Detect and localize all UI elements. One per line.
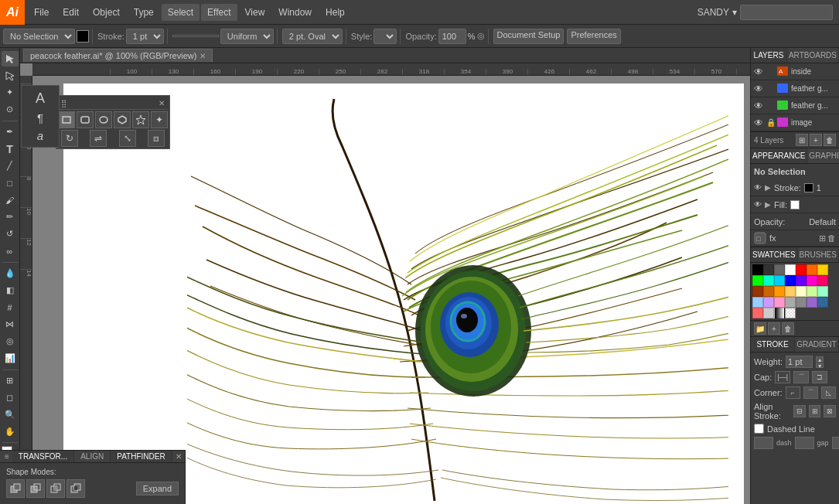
selection-tool[interactable] [2,51,19,66]
duplicate-item-icon[interactable]: ⊞ [819,233,826,243]
menu-edit[interactable]: Edit [56,4,85,21]
swatch-amber[interactable] [774,286,785,297]
magic-wand-tool[interactable]: ✦ [2,85,19,100]
add-effect-icon[interactable]: □ [754,232,766,244]
user-chevron-icon[interactable]: ▾ [732,7,737,18]
align-panel-tab[interactable]: ALIGN [74,451,111,462]
swatch-blue[interactable] [785,275,796,286]
swatches-tab[interactable]: SWATCHES [751,247,798,262]
graphics-tab[interactable]: GRAPHI... [807,148,839,163]
hand-tool[interactable]: ✋ [2,424,19,439]
type-tool[interactable]: T [2,141,19,157]
shape-tool[interactable]: □ [2,175,19,191]
zoom-tool[interactable]: 🔍 [2,407,19,422]
lasso-tool[interactable]: ⊙ [2,102,19,117]
swatch-hot-pink[interactable] [817,275,828,286]
stroke-tab[interactable]: STROKE [751,337,795,352]
stroke-visibility-icon[interactable]: 👁 [754,183,762,192]
search-input[interactable] [740,5,833,20]
layer-visibility-icon[interactable]: 👁 [752,100,765,111]
new-layer-from-selection-btn[interactable]: ⊞ [796,134,808,146]
swatch-light-gray[interactable] [763,308,774,318]
corner-round-btn[interactable]: ⌒ [803,387,818,399]
flare-tool-btn[interactable]: ✦ [151,111,168,128]
eraser-tool[interactable]: ◻ [2,390,19,405]
menu-effect[interactable]: Effect [201,4,237,21]
align-center-btn[interactable]: ⊟ [793,405,806,417]
star-tool-btn[interactable] [132,111,149,128]
swatch-red[interactable] [796,264,807,275]
delete-layer-btn[interactable]: 🗑 [824,134,836,146]
corner-miter-btn[interactable]: ⌐ [786,387,800,399]
transform-panel-tab[interactable]: TRANSFOR... [12,451,74,462]
type-paragraph-symbol[interactable]: ¶ [37,111,43,124]
polygon-tool-btn[interactable] [114,111,131,128]
weight-down-btn[interactable]: ▼ [816,363,824,368]
pathfinder-panel-tab[interactable]: PATHFINDER [111,451,172,462]
layers-tab[interactable]: LAYERS [751,48,787,63]
swatch-pink[interactable] [807,275,817,286]
layer-row-image[interactable]: 👁 🔒 image [751,114,839,131]
swatch-light-pink[interactable] [774,297,785,308]
transform-scale-btn[interactable]: ⤡ [119,130,136,147]
type-a-symbol[interactable]: A [36,90,45,107]
swatch-gradient[interactable] [774,308,785,318]
stroke-weight-dropdown[interactable]: 1 pt [126,29,164,44]
swatch-lavender[interactable] [763,297,774,308]
document-tab[interactable]: peacock feather.ai* @ 100% (RGB/Preview)… [23,49,213,62]
weight-up-btn[interactable]: ▲ [816,356,824,362]
shape-panel-close[interactable]: ✕ [159,99,165,107]
stroke-color-display[interactable] [804,183,813,192]
intersect-btn[interactable] [46,479,65,498]
menu-help[interactable]: Help [319,4,351,21]
delete-item-icon[interactable]: 🗑 [827,233,836,243]
swatch-purple[interactable] [796,275,807,286]
layer-visibility-icon[interactable]: 👁 [752,117,765,128]
ellipse-tool-btn[interactable] [95,111,112,128]
shape-panel-handle[interactable]: ⣿ [61,99,67,107]
swatch-dark-blue[interactable] [817,297,828,308]
expand-btn[interactable]: Expand [136,482,179,495]
gap-input[interactable] [795,437,814,449]
direct-selection-tool[interactable] [2,68,19,83]
eyedropper-tool[interactable]: 💧 [2,266,19,281]
unite-btn[interactable] [6,479,25,498]
swatch-light-red[interactable] [752,308,763,318]
transform-rotate-btn[interactable]: ↻ [61,130,78,147]
layer-row-feather1[interactable]: 👁 feather g... [751,80,839,97]
corner-bevel-btn[interactable]: ◺ [821,387,836,399]
style-dropdown[interactable] [373,29,397,44]
oval-dropdown[interactable]: 2 pt. Oval [282,29,343,44]
layer-lock-icon[interactable]: 🔒 [765,118,777,127]
swatch-yellow[interactable] [817,264,828,275]
stroke-color-swatch[interactable] [77,30,89,43]
line-tool[interactable]: ╱ [2,158,19,174]
menu-view[interactable]: View [239,4,271,21]
selection-dropdown[interactable]: No Selection [3,29,75,44]
menu-select[interactable]: Select [162,4,200,21]
dash-input[interactable] [754,437,773,449]
swatch-dark-gray[interactable] [763,264,774,275]
cap-round-btn[interactable]: ⌒ [793,371,809,383]
swatch-violet[interactable] [807,297,817,308]
preferences-btn[interactable]: Preferences [567,29,620,44]
swatch-light-blue[interactable] [752,297,763,308]
cap-butt-btn[interactable]: |—| [775,371,790,383]
canvas-content[interactable]: ⣿ ✕ [32,76,750,504]
swatch-orange[interactable] [807,264,817,275]
pen-tool[interactable]: ✒ [2,124,19,140]
dashed-line-checkbox[interactable] [754,424,764,434]
swatch-cyan[interactable] [774,275,785,286]
layer-row-inside[interactable]: 👁 A inside [751,63,839,80]
fill-expand-icon[interactable]: ▶ [765,200,771,209]
menu-type[interactable]: Type [128,4,160,21]
swatch-none[interactable] [785,308,796,318]
layer-visibility-icon[interactable]: 👁 [752,83,765,94]
align-inside-btn[interactable]: ⊞ [809,405,821,417]
swatch-black[interactable] [752,264,763,275]
menu-window[interactable]: Window [272,4,318,21]
slice-tool[interactable]: ⊞ [2,373,19,388]
swatch-dark-medium-gray[interactable] [796,297,807,308]
swatch-dark-orange[interactable] [763,286,774,297]
swatch-brown[interactable] [752,286,763,297]
